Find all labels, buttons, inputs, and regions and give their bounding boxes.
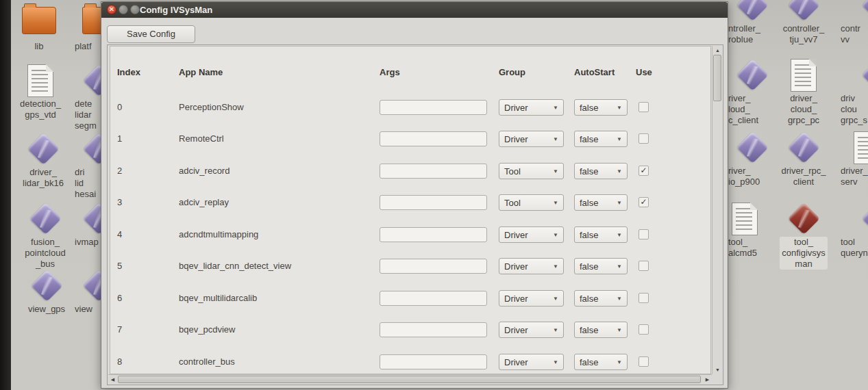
args-input[interactable] bbox=[380, 100, 487, 115]
use-checkbox[interactable] bbox=[638, 229, 649, 239]
group-dropdown[interactable]: Driver▼ bbox=[499, 99, 564, 116]
app-diamond-icon bbox=[19, 203, 71, 235]
chevron-down-icon: ▼ bbox=[553, 263, 558, 270]
chevron-down-icon: ▼ bbox=[617, 263, 622, 270]
group-dropdown[interactable]: Driver▼ bbox=[499, 290, 564, 307]
autostart-dropdown[interactable]: false▼ bbox=[574, 322, 628, 338]
document-icon bbox=[854, 131, 868, 164]
use-checkbox[interactable] bbox=[638, 261, 649, 271]
autostart-dropdown[interactable]: false▼ bbox=[574, 226, 628, 243]
desktop-icon-driver-cloud-grpc-pc[interactable]: driver_ cloud_ grpc_pc bbox=[777, 59, 830, 126]
column-header-appname: App Name bbox=[179, 67, 223, 77]
maximize-icon[interactable] bbox=[130, 5, 140, 14]
desktop-icon-driver-cloud-grpc-s[interactable]: driv clou grpc_s bbox=[837, 59, 868, 126]
args-input[interactable] bbox=[380, 322, 487, 337]
scroll-right-icon[interactable]: ▶ bbox=[703, 375, 712, 384]
use-checkbox[interactable]: ✓ bbox=[638, 166, 649, 176]
chevron-down-icon: ▼ bbox=[617, 232, 622, 238]
use-checkbox[interactable] bbox=[638, 356, 649, 367]
horizontal-scroll-thumb[interactable] bbox=[118, 376, 701, 383]
args-input[interactable] bbox=[380, 164, 487, 179]
icon-label: river_ loud_ c_client bbox=[725, 93, 780, 126]
desktop-icon-driver-rpc-client[interactable]: driver_rpc_ client bbox=[777, 131, 830, 187]
row-index: 8 bbox=[117, 352, 122, 372]
desktop-icon-controller-vv[interactable]: contr vv bbox=[837, 0, 868, 45]
desktop-icon-driver-serv[interactable]: driver_ serv bbox=[837, 131, 868, 187]
args-input[interactable] bbox=[380, 131, 487, 146]
chevron-down-icon: ▼ bbox=[553, 359, 558, 365]
group-dropdown[interactable]: Tool▼ bbox=[499, 194, 564, 211]
app-diamond-icon bbox=[854, 203, 868, 235]
group-dropdown[interactable]: Driver▼ bbox=[499, 354, 564, 370]
app-diamond-red-icon bbox=[777, 203, 830, 235]
icon-label: view_gps bbox=[22, 304, 71, 315]
save-config-button[interactable]: Save Config bbox=[107, 25, 195, 43]
desktop-icon-tool-configivsysman[interactable]: tool_ configivsys man bbox=[777, 203, 830, 270]
group-dropdown[interactable]: Driver▼ bbox=[499, 226, 564, 243]
app-name: PerceptionShow bbox=[179, 98, 244, 117]
autostart-value: false bbox=[580, 134, 598, 144]
use-checkbox[interactable] bbox=[638, 324, 649, 335]
group-value: Driver bbox=[504, 230, 528, 240]
app-diamond-icon bbox=[22, 270, 71, 302]
use-checkbox[interactable] bbox=[638, 293, 649, 303]
app-name: bqev_lidar_cnn_detect_view bbox=[179, 257, 291, 276]
chevron-down-icon: ▼ bbox=[553, 327, 558, 333]
desktop-icon-controller-tju-vv7[interactable]: controller_ tju_vv7 bbox=[777, 0, 830, 45]
titlebar[interactable]: ✕ Config IVSysMan bbox=[101, 2, 728, 18]
icon-label: driver_ lidar_bk16 bbox=[19, 167, 67, 189]
minimize-icon[interactable] bbox=[119, 5, 128, 14]
column-header-args: Args bbox=[380, 67, 400, 77]
args-input[interactable] bbox=[380, 259, 487, 274]
desktop-icon-lib[interactable]: lib bbox=[16, 3, 62, 52]
vertical-scrollbar[interactable]: ▲ ▼ bbox=[712, 46, 722, 374]
scroll-down-icon[interactable]: ▼ bbox=[713, 365, 722, 374]
autostart-dropdown[interactable]: false▼ bbox=[574, 258, 628, 274]
group-dropdown[interactable]: Driver▼ bbox=[499, 258, 564, 274]
close-icon[interactable]: ✕ bbox=[107, 5, 116, 14]
desktop-icon-detection-gps-vtd[interactable]: detection_ gps_vtd bbox=[16, 64, 64, 120]
use-checkbox[interactable] bbox=[638, 133, 649, 144]
args-input[interactable] bbox=[380, 195, 487, 210]
args-input[interactable] bbox=[380, 227, 487, 242]
app-name: adciv_replay bbox=[179, 193, 229, 212]
chevron-down-icon: ▼ bbox=[617, 359, 622, 365]
autostart-dropdown[interactable]: false▼ bbox=[574, 194, 628, 211]
autostart-dropdown[interactable]: false▼ bbox=[574, 354, 628, 370]
group-dropdown[interactable]: Tool▼ bbox=[499, 163, 564, 179]
scroll-left-icon[interactable]: ◀ bbox=[108, 375, 117, 384]
args-input[interactable] bbox=[380, 291, 487, 306]
autostart-dropdown[interactable]: false▼ bbox=[574, 99, 628, 116]
autostart-dropdown[interactable]: false▼ bbox=[574, 163, 628, 179]
desktop-icon-controller-roblue[interactable]: ntroller_ roblue bbox=[725, 0, 780, 45]
use-checkbox[interactable] bbox=[638, 102, 649, 112]
app-diamond-icon bbox=[777, 0, 830, 22]
group-value: Driver bbox=[504, 357, 528, 367]
icon-label: detection_ gps_vtd bbox=[16, 99, 64, 120]
column-header-group: Group bbox=[499, 67, 525, 77]
scroll-up-icon[interactable]: ▲ bbox=[713, 46, 722, 55]
group-value: Driver bbox=[504, 103, 528, 113]
app-name: controller_bus bbox=[179, 352, 235, 372]
group-dropdown[interactable]: Driver▼ bbox=[499, 131, 564, 147]
args-input[interactable] bbox=[380, 354, 487, 369]
desktop-icon-view-gps[interactable]: view_gps bbox=[22, 270, 71, 315]
row-index: 7 bbox=[117, 320, 122, 339]
group-dropdown[interactable]: Driver▼ bbox=[499, 322, 564, 338]
desktop-icon-driver-io-p900[interactable]: river_ io_p900 bbox=[725, 131, 780, 187]
horizontal-scrollbar[interactable]: ◀ ▶ bbox=[108, 374, 712, 384]
desktop-icon-fusion-pointcloud-bus[interactable]: fusion_ pointcloud _bus bbox=[19, 203, 71, 270]
autostart-dropdown[interactable]: false▼ bbox=[574, 131, 628, 147]
config-ivsysman-window: ✕ Config IVSysMan Save Config Index App … bbox=[101, 1, 728, 389]
desktop-icon-tool-alcmd5[interactable]: tool_ alcmd5 bbox=[725, 203, 780, 259]
app-name: bqev_pcdview bbox=[179, 320, 235, 339]
vertical-scroll-thumb[interactable] bbox=[713, 55, 721, 101]
icon-label: river_ io_p900 bbox=[725, 166, 780, 187]
desktop-icon-tool-query[interactable]: tool queryn bbox=[837, 203, 868, 259]
chevron-down-icon: ▼ bbox=[553, 168, 558, 174]
autostart-dropdown[interactable]: false▼ bbox=[574, 290, 628, 307]
desktop-icon-driver-cloud-grpc-client[interactable]: river_ loud_ c_client bbox=[725, 59, 780, 126]
desktop-icon-driver-lidar-bk16[interactable]: driver_ lidar_bk16 bbox=[19, 133, 67, 189]
autostart-value: false bbox=[580, 261, 598, 272]
use-checkbox[interactable]: ✓ bbox=[638, 197, 649, 207]
